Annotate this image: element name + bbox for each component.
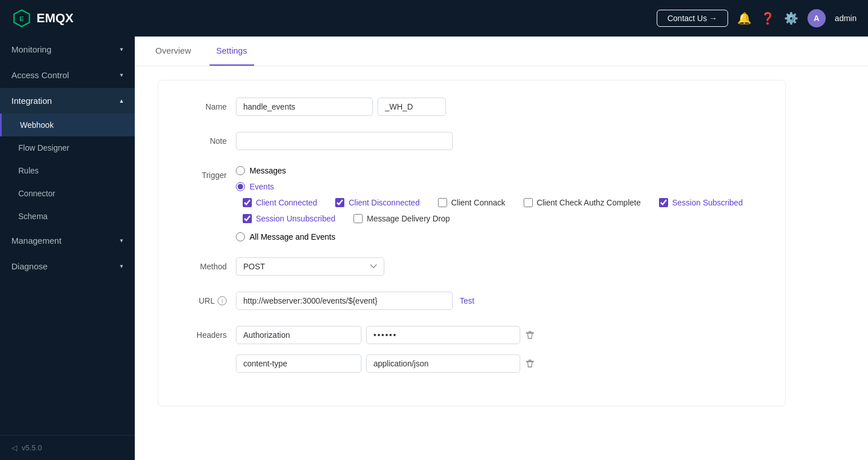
name-suffix-input[interactable] <box>377 98 446 116</box>
cb-message-delivery-drop-input[interactable] <box>353 214 363 223</box>
chevron-up-icon: ▴ <box>120 97 123 104</box>
events-checkboxes: Client Connected Client Disconnected Cli… <box>240 198 762 223</box>
header2-key-input[interactable] <box>236 354 361 373</box>
sidebar-item-integration[interactable]: Integration ▴ <box>0 88 135 114</box>
cb-client-connected[interactable]: Client Connected <box>243 198 317 207</box>
radio-all-messages-option[interactable]: All Message and Events <box>236 232 762 241</box>
cb-client-connected-label: Client Connected <box>256 198 317 207</box>
cb-client-disconnected-input[interactable] <box>335 198 344 207</box>
chevron-down-icon: ▾ <box>120 71 123 79</box>
svg-text:E: E <box>19 15 24 22</box>
url-input[interactable] <box>236 292 453 310</box>
note-input[interactable] <box>236 132 453 150</box>
cb-message-delivery-drop[interactable]: Message Delivery Drop <box>353 214 450 223</box>
header2-delete-icon[interactable] <box>525 358 535 369</box>
cb-session-subscribed-input[interactable] <box>659 198 668 207</box>
tab-overview[interactable]: Overview <box>148 37 198 66</box>
cb-client-connack-input[interactable] <box>438 198 447 207</box>
topbar: E EMQX Contact Us → 🔔 ❓ ⚙️ A admin <box>0 0 868 37</box>
help-icon[interactable]: ❓ <box>761 11 775 25</box>
name-controls <box>236 98 762 116</box>
settings-icon[interactable]: ⚙️ <box>784 11 798 25</box>
topbar-right: Contact Us → 🔔 ❓ ⚙️ A admin <box>657 9 857 27</box>
sidebar-item-monitoring[interactable]: Monitoring ▾ <box>0 37 135 62</box>
trigger-label: Trigger <box>181 166 227 180</box>
note-controls <box>236 132 762 150</box>
method-label: Method <box>181 257 227 271</box>
radio-events-label: Events <box>250 182 274 191</box>
cb-session-subscribed-label: Session Subscribed <box>672 198 743 207</box>
sidebar-footer: ◁ v5.5.0 <box>0 435 135 460</box>
note-label: Note <box>181 132 227 146</box>
headers-controls <box>236 326 762 373</box>
cb-session-unsubscribed-label: Session Unsubscribed <box>256 214 335 223</box>
sidebar-item-rules[interactable]: Rules <box>0 159 135 182</box>
sidebar-item-flow-designer[interactable]: Flow Designer <box>0 136 135 159</box>
chevron-down-icon: ▾ <box>120 237 123 244</box>
version-label: v5.5.0 <box>22 443 42 452</box>
cb-client-connack[interactable]: Client Connack <box>438 198 505 207</box>
sidebar-item-schema[interactable]: Schema <box>0 205 135 228</box>
trigger-controls: Messages Events Client Connected <box>236 166 762 241</box>
headers-row: Headers <box>181 326 762 373</box>
url-row: URL i Test <box>181 292 762 310</box>
admin-label: admin <box>835 14 857 23</box>
radio-messages-label: Messages <box>250 166 286 175</box>
header-row-1 <box>236 326 535 344</box>
sidebar-item-access-control[interactable]: Access Control ▾ <box>0 62 135 88</box>
header2-val-input[interactable] <box>366 354 520 373</box>
notifications-icon[interactable]: 🔔 <box>737 11 752 25</box>
url-info-icon[interactable]: i <box>218 296 227 305</box>
chevron-down-icon: ▾ <box>120 263 123 270</box>
header-row-2 <box>236 354 535 373</box>
method-controls: POST GET PUT DELETE <box>236 257 762 276</box>
cb-client-check-authz-input[interactable] <box>524 198 533 207</box>
form-area: Name Note Trigger <box>135 66 868 460</box>
sidebar-item-connector[interactable]: Connector <box>0 182 135 205</box>
name-input[interactable] <box>236 98 373 116</box>
sidebar-item-webhook[interactable]: Webhook <box>0 114 135 136</box>
url-label-wrap: URL i <box>181 292 227 305</box>
cb-client-check-authz[interactable]: Client Check Authz Complete <box>524 198 641 207</box>
cb-client-disconnected[interactable]: Client Disconnected <box>335 198 420 207</box>
radio-messages-input[interactable] <box>236 166 245 175</box>
sidebar-item-management[interactable]: Management ▾ <box>0 228 135 253</box>
test-button[interactable]: Test <box>457 296 477 305</box>
logo-text: EMQX <box>37 11 74 26</box>
content-area: Overview Settings Name Note <box>135 37 868 460</box>
cb-session-subscribed[interactable]: Session Subscribed <box>659 198 743 207</box>
trigger-radio-group: Messages Events Client Connected <box>236 166 762 241</box>
cb-client-connected-input[interactable] <box>243 198 252 207</box>
cb-session-unsubscribed-input[interactable] <box>243 214 252 223</box>
name-label: Name <box>181 98 227 111</box>
logo: E EMQX <box>11 8 74 29</box>
avatar: A <box>807 9 826 27</box>
trigger-row: Trigger Messages Events <box>181 166 762 241</box>
cb-client-disconnected-label: Client Disconnected <box>348 198 420 207</box>
header1-delete-icon[interactable] <box>525 330 535 340</box>
tabs-bar: Overview Settings <box>135 37 868 66</box>
sidebar-item-diagnose[interactable]: Diagnose ▾ <box>0 253 135 279</box>
url-controls: Test <box>236 292 762 310</box>
collapse-icon[interactable]: ◁ <box>11 443 17 452</box>
main-layout: Monitoring ▾ Access Control ▾ Integratio… <box>0 37 868 460</box>
form-card: Name Note Trigger <box>158 80 786 406</box>
radio-events-option[interactable]: Events <box>236 182 762 191</box>
cb-client-check-authz-label: Client Check Authz Complete <box>537 198 641 207</box>
cb-session-unsubscribed[interactable]: Session Unsubscribed <box>243 214 335 223</box>
radio-all-messages-input[interactable] <box>236 232 245 241</box>
contact-us-button[interactable]: Contact Us → <box>657 10 728 27</box>
method-select[interactable]: POST GET PUT DELETE <box>236 257 384 276</box>
headers-label: Headers <box>181 326 227 340</box>
header1-val-input[interactable] <box>366 326 520 344</box>
radio-events-input[interactable] <box>236 182 245 191</box>
header1-key-input[interactable] <box>236 326 361 344</box>
cb-client-connack-label: Client Connack <box>451 198 505 207</box>
chevron-down-icon: ▾ <box>120 46 123 53</box>
radio-all-messages-label: All Message and Events <box>250 232 335 241</box>
tab-settings[interactable]: Settings <box>210 37 254 66</box>
method-row: Method POST GET PUT DELETE <box>181 257 762 276</box>
url-label: URL <box>199 296 215 305</box>
radio-messages-option[interactable]: Messages <box>236 166 762 175</box>
cb-message-delivery-drop-label: Message Delivery Drop <box>367 214 450 223</box>
